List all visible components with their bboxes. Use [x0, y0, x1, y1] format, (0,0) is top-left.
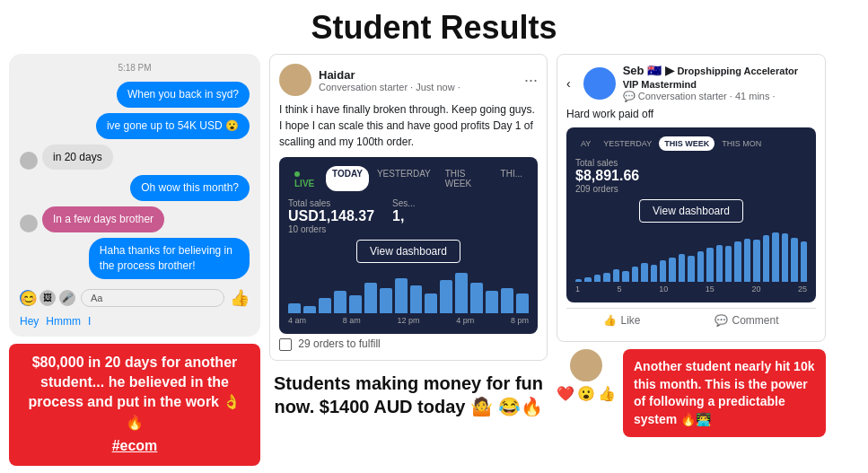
orders-fulfill-text: 29 orders to fulfill — [298, 337, 380, 350]
bar-right — [734, 241, 741, 282]
bubble-2: ive gone up to 54K USD 😮 — [96, 113, 250, 139]
bar-mid — [501, 288, 513, 313]
chat-container: 5:18 PM When you back in syd? ive gone u… — [9, 54, 260, 337]
fb-username-middle: Haidar — [319, 68, 517, 82]
dash-col-sales: Total sales USD1,148.37 10 orders — [288, 198, 374, 234]
mic-icon[interactable]: 🎤 — [59, 290, 75, 306]
bar-right — [801, 241, 807, 282]
bar-right — [706, 248, 713, 282]
bar-mid — [455, 273, 468, 313]
tab-this-mon-right[interactable]: THIS MON — [716, 136, 767, 151]
bar-right — [772, 232, 778, 282]
fb-avatar-middle — [279, 64, 311, 96]
bar-right — [763, 235, 769, 282]
bar-right — [575, 279, 582, 282]
chat-input[interactable]: Aa — [81, 289, 224, 307]
x-label-1: 1 — [575, 285, 580, 293]
reply-i[interactable]: I — [88, 315, 91, 328]
tab-this-week[interactable]: THIS WEEK — [439, 166, 493, 191]
x-label-15: 15 — [706, 285, 715, 293]
dashboard-tabs-middle: LIVE TODAY YESTERDAY THIS WEEK THI... — [288, 166, 529, 191]
bar-mid — [364, 283, 377, 313]
bubble-row-3: in 20 days — [20, 145, 250, 171]
chat-avatar-1 — [20, 152, 38, 170]
orders-fulfill: 29 orders to fulfill — [279, 337, 538, 351]
fb-post-right: ‹ Seb 🇦🇺 ▶ Dropshipping Accelerator VIP … — [557, 54, 826, 342]
bar-right — [584, 277, 591, 283]
dashboard-widget-middle: LIVE TODAY YESTERDAY THIS WEEK THI... To… — [279, 157, 538, 334]
bar-mid — [288, 303, 301, 313]
like-btn[interactable]: 👍 Like — [603, 314, 640, 327]
orders-label-right: 209 orders — [575, 184, 639, 194]
fb-user-info-middle: Haidar Conversation starter · Just now · — [319, 68, 517, 92]
svg-point-3 — [574, 369, 598, 381]
x-label-4pm: 4 pm — [456, 316, 474, 325]
bar-mid — [319, 298, 331, 313]
chat-input-row: 😊 🖼 🎤 Aa 👍 — [20, 288, 250, 308]
tab-this-week-right[interactable]: THIS WEEK — [659, 136, 715, 151]
right-panel: ‹ Seb 🇦🇺 ▶ Dropshipping Accelerator VIP … — [557, 54, 826, 473]
fb-meta-middle: Conversation starter · Just now · — [319, 82, 517, 92]
reply-hey[interactable]: Hey — [20, 315, 39, 328]
red-text-box: $80,000 in 20 days for another student..… — [9, 344, 260, 466]
view-dashboard-btn-middle[interactable]: View dashboard — [356, 240, 460, 263]
like-label: Like — [620, 314, 640, 327]
bar-right — [603, 273, 609, 282]
red-text-content: $80,000 in 20 days for another student..… — [29, 355, 241, 430]
red-hashtag[interactable]: #ecom — [22, 436, 248, 456]
x-label-20: 20 — [751, 285, 760, 293]
comment-btn[interactable]: 💬 Comment — [715, 314, 778, 327]
fb-meta-right: Conversation starter · 41 mins · — [638, 91, 776, 101]
x-label-8pm: 8 pm — [511, 316, 529, 325]
bar-mid — [395, 278, 408, 313]
fb-actions-right: 👍 Like 💬 Comment — [566, 308, 816, 332]
tab-yesterday[interactable]: YESTERDAY — [371, 166, 437, 191]
bar-right — [651, 265, 657, 282]
sales-label: Total sales — [288, 198, 374, 208]
sales-label-right: Total sales — [575, 158, 639, 168]
tab-today[interactable]: TODAY — [326, 166, 369, 191]
sales-value-right: $8,891.66 — [575, 168, 639, 184]
bar-right — [660, 260, 666, 282]
fb-username-right: Seb 🇦🇺 ▶ Dropshipping Accelerator VIP Ma… — [623, 64, 816, 91]
heart-reaction: ❤️ — [557, 385, 574, 402]
fb-dots-middle[interactable]: ··· — [524, 71, 538, 90]
bubble-3: in 20 days — [42, 145, 113, 171]
tab-live[interactable]: LIVE — [288, 166, 324, 191]
right-profile-avatar — [570, 349, 602, 381]
bar-mid — [486, 291, 498, 313]
bar-mid — [380, 288, 392, 313]
orders-label-mid: 10 orders — [288, 224, 374, 234]
reply-hmmm[interactable]: Hmmm — [46, 315, 81, 328]
bar-right — [679, 254, 685, 282]
bar-right — [613, 269, 619, 282]
fb-username-seb: Seb — [623, 64, 644, 77]
middle-panel: Haidar Conversation starter · Just now ·… — [269, 54, 548, 473]
bar-right — [697, 251, 704, 282]
bar-right — [782, 233, 788, 282]
image-icon[interactable]: 🖼 — [39, 290, 56, 306]
back-arrow-icon[interactable]: ‹ — [566, 76, 571, 91]
emoji-icon[interactable]: 😊 — [20, 290, 36, 306]
tab-day-right[interactable]: AY — [575, 136, 596, 151]
chart-x-labels-middle: 4 am 8 am 12 pm 4 pm 8 pm — [288, 316, 529, 325]
comment-icon: 💬 — [715, 314, 728, 327]
tab-this-month-short[interactable]: THI... — [495, 166, 529, 191]
flag-icon: 🇦🇺 — [647, 64, 662, 77]
wow-reaction: 😮 — [577, 385, 595, 402]
x-label-10: 10 — [659, 285, 668, 293]
tab-yesterday-right[interactable]: YESTERDAY — [598, 136, 657, 151]
view-dashboard-btn-right[interactable]: View dashboard — [639, 199, 743, 223]
dashboard-cols-middle: Total sales USD1,148.37 10 orders Ses...… — [288, 198, 529, 234]
x-label-5: 5 — [618, 285, 622, 293]
reaction-icons: ❤️ 😮 👍 — [557, 385, 616, 402]
bar-mid — [440, 280, 452, 313]
bar-mid — [516, 293, 529, 314]
bar-right — [594, 275, 601, 282]
bar-right — [622, 271, 628, 282]
thumbs-up-icon[interactable]: 👍 — [230, 288, 250, 308]
bar-right — [753, 240, 759, 282]
bar-mid — [303, 306, 316, 313]
bar-right — [716, 245, 723, 282]
bar-mid — [410, 285, 423, 313]
